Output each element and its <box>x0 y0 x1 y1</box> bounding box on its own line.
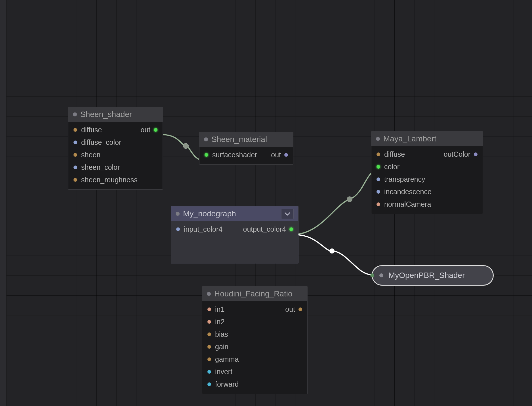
node-houdini-facing-ratio[interactable]: Houdini_Facing_Ratio in1 out in2 bias ga… <box>202 286 308 394</box>
port-label: normalCamera <box>384 200 431 208</box>
port-label: sheen_color <box>81 163 120 171</box>
input-port[interactable] <box>377 165 380 169</box>
node-title: Sheen_material <box>211 135 267 144</box>
port-label: out <box>140 126 150 134</box>
node-title: MyOpenPBR_Shader <box>388 271 465 280</box>
port-label: gamma <box>215 355 239 363</box>
output-port[interactable] <box>474 152 478 156</box>
node-graph-canvas[interactable]: Sheen_shader diffuse out diffuse_color s… <box>0 0 532 406</box>
input-port[interactable] <box>377 190 380 194</box>
port-label: forward <box>215 380 239 388</box>
port-label: diffuse <box>384 150 405 158</box>
port-label: gain <box>215 343 228 351</box>
node-myopenpbr-shader[interactable]: MyOpenPBR_Shader <box>372 265 494 286</box>
port-row: diffuse out <box>68 124 163 136</box>
port-label: transparency <box>384 175 425 183</box>
node-titlebar[interactable]: Houdini_Facing_Ratio <box>202 286 307 301</box>
output-port[interactable] <box>298 307 302 311</box>
node-status-dot <box>207 292 211 296</box>
node-sheen-shader[interactable]: Sheen_shader diffuse out diffuse_color s… <box>68 107 163 190</box>
port-label: output_color4 <box>243 225 286 233</box>
input-port[interactable] <box>176 227 180 231</box>
input-port[interactable] <box>207 382 211 386</box>
input-port[interactable] <box>207 320 211 324</box>
node-titlebar[interactable]: Maya_Lambert <box>371 131 483 146</box>
node-sheen-material[interactable]: Sheen_material surfaceshader out <box>199 132 293 165</box>
node-title: Sheen_shader <box>80 110 132 119</box>
port-label: sheen_roughness <box>81 176 138 184</box>
output-port[interactable] <box>284 153 288 157</box>
node-status-dot <box>176 212 180 216</box>
input-port[interactable] <box>73 141 77 144</box>
node-titlebar[interactable]: Sheen_material <box>199 132 293 147</box>
port-label: out <box>271 151 281 159</box>
input-port[interactable] <box>207 345 211 349</box>
node-status-dot <box>73 112 77 116</box>
port-label: input_color4 <box>184 225 222 233</box>
port-label: incandescence <box>384 188 432 196</box>
port-label: surfaceshader <box>212 151 257 159</box>
input-port[interactable] <box>73 166 77 169</box>
node-status-dot <box>204 137 208 141</box>
input-port[interactable] <box>377 202 380 206</box>
wire-relay-dot <box>347 196 352 202</box>
input-port[interactable] <box>370 273 374 277</box>
wire-relay-dot <box>183 143 189 149</box>
input-port[interactable] <box>73 178 77 182</box>
port-label: color <box>384 163 399 171</box>
node-my-nodegraph[interactable]: My_nodegraph input_color4 output_color4 <box>171 206 298 263</box>
input-port[interactable] <box>73 153 77 157</box>
node-status-dot <box>376 137 380 141</box>
port-label: in1 <box>215 305 224 313</box>
input-port[interactable] <box>207 307 211 311</box>
node-title: Maya_Lambert <box>383 134 436 143</box>
input-port[interactable] <box>205 153 208 157</box>
port-label: outColor <box>444 150 471 158</box>
port-label: diffuse <box>81 126 102 134</box>
expand-button[interactable] <box>281 209 294 219</box>
input-port[interactable] <box>207 357 211 361</box>
input-port[interactable] <box>377 177 380 181</box>
node-titlebar[interactable]: Sheen_shader <box>68 107 163 122</box>
node-maya-lambert[interactable]: Maya_Lambert diffuse outColor color tran… <box>371 131 483 214</box>
port-label: diffuse_color <box>81 138 121 147</box>
port-label: sheen <box>81 151 100 159</box>
input-port[interactable] <box>207 370 211 374</box>
chevron-down-icon <box>284 212 291 216</box>
port-label: out <box>285 305 295 313</box>
input-port[interactable] <box>207 332 211 336</box>
node-title: My_nodegraph <box>183 209 236 218</box>
input-port[interactable] <box>377 152 380 156</box>
node-titlebar[interactable]: My_nodegraph <box>171 206 298 221</box>
port-label: bias <box>215 330 228 338</box>
output-port[interactable] <box>289 227 293 231</box>
port-label: in2 <box>215 318 224 326</box>
input-port[interactable] <box>73 128 77 132</box>
wire-relay-dot <box>329 248 335 254</box>
output-port[interactable] <box>154 128 157 132</box>
node-title: Houdini_Facing_Ratio <box>214 289 293 298</box>
node-status-dot <box>379 273 383 277</box>
port-label: invert <box>215 368 232 376</box>
